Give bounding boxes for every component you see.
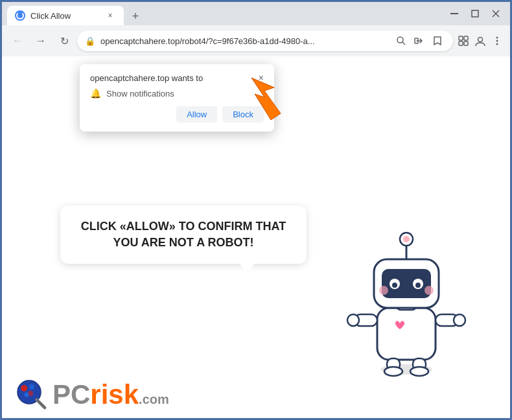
close-window-button[interactable]	[487, 5, 505, 23]
tab-title: Click Allow	[30, 11, 71, 21]
svg-rect-1	[472, 10, 478, 17]
nav-bar: ← → ↻ 🔒 opencaptchahere.top/robot4/?c=9f…	[2, 25, 510, 56]
svg-rect-7	[459, 36, 463, 40]
svg-point-4	[397, 37, 403, 43]
svg-point-35	[415, 283, 421, 288]
tab-favicon	[15, 10, 25, 21]
svg-point-22	[454, 314, 465, 326]
svg-marker-16	[251, 78, 281, 120]
notification-title: opencaptchahere.top wants to	[90, 73, 203, 83]
logo-text: PCrisk.com	[52, 379, 169, 410]
search-icon[interactable]	[393, 33, 409, 49]
minimize-button[interactable]	[445, 5, 463, 23]
svg-point-12	[496, 37, 498, 39]
speech-bubble: CLICK «ALLOW» TO CONFIRM THAT YOU ARE NO…	[60, 205, 307, 264]
back-button[interactable]: ←	[7, 30, 28, 51]
logo-risk: risk	[90, 379, 139, 410]
pcrisk-logo: PCrisk.com	[15, 378, 169, 412]
window-controls	[445, 5, 505, 23]
profile-icon[interactable]	[472, 33, 488, 49]
address-bar[interactable]: 🔒 opencaptchahere.top/robot4/?c=9f67e36b…	[77, 30, 453, 51]
allow-button[interactable]: Allow	[176, 106, 217, 122]
menu-icon[interactable]	[489, 33, 505, 49]
svg-rect-0	[450, 13, 458, 14]
svg-point-13	[496, 40, 498, 42]
share-icon[interactable]	[412, 33, 427, 49]
svg-rect-10	[464, 41, 468, 45]
tab-close-button[interactable]: ×	[104, 10, 116, 21]
svg-point-26	[410, 367, 428, 376]
svg-rect-9	[459, 41, 463, 45]
svg-rect-8	[464, 36, 468, 40]
svg-point-44	[25, 393, 29, 397]
refresh-button[interactable]: ↻	[54, 30, 75, 51]
svg-point-11	[478, 38, 483, 42]
nav-right-icons	[456, 33, 505, 49]
svg-rect-18	[377, 308, 436, 360]
tab-area: Click Allow × +	[7, 2, 443, 25]
bell-icon: 🔔	[90, 88, 101, 99]
svg-point-42	[21, 385, 27, 391]
bookmark-icon[interactable]	[430, 33, 445, 49]
extensions-icon[interactable]	[456, 33, 471, 49]
notification-row-label: Show notifications	[106, 89, 174, 99]
logo-dot-com: .com	[139, 392, 169, 406]
new-tab-button[interactable]: +	[126, 7, 145, 25]
svg-point-36	[379, 286, 388, 295]
svg-point-25	[384, 367, 402, 376]
maximize-button[interactable]	[466, 5, 484, 23]
logo-pc: PC	[52, 379, 90, 410]
lock-icon: 🔒	[85, 36, 95, 46]
arrow-indicator	[235, 75, 287, 126]
svg-point-34	[392, 283, 397, 288]
robot-character	[342, 211, 471, 366]
svg-line-5	[402, 42, 405, 45]
title-bar: Click Allow × +	[2, 2, 510, 25]
svg-point-21	[347, 314, 359, 326]
address-text: opencaptchahere.top/robot4/?c=9f67e36b-a…	[100, 36, 388, 46]
svg-point-14	[496, 43, 498, 45]
svg-point-37	[425, 286, 434, 295]
speech-text: CLICK «ALLOW» TO CONFIRM THAT YOU ARE NO…	[78, 218, 288, 251]
browser-content: opencaptchahere.top wants to × 🔔 Show no…	[2, 56, 510, 418]
browser-tab[interactable]: Click Allow ×	[7, 6, 124, 25]
forward-button[interactable]: →	[30, 30, 51, 51]
svg-point-45	[29, 384, 34, 390]
svg-point-40	[403, 236, 410, 242]
svg-line-47	[37, 400, 45, 408]
address-right-icons	[393, 33, 445, 49]
